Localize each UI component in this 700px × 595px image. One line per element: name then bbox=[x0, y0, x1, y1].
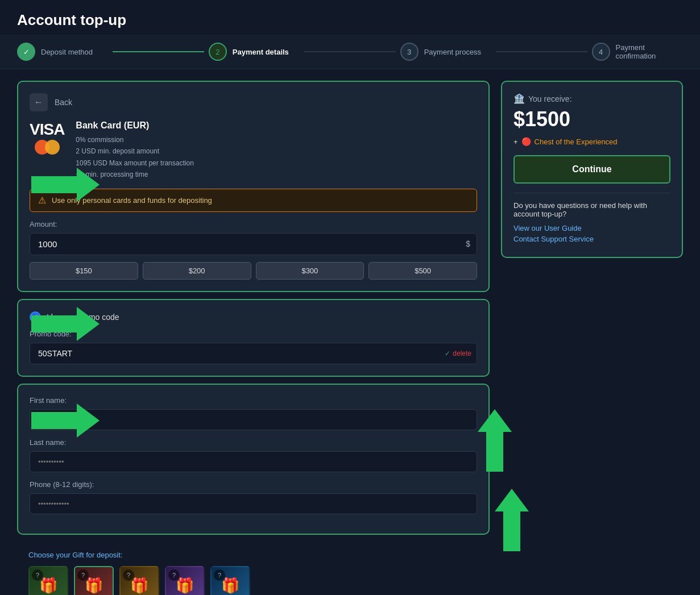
quick-amounts: $150 $200 $300 $500 bbox=[30, 262, 477, 280]
gift-item-3[interactable]: ? 🎁 bbox=[119, 566, 159, 595]
user-guide-link[interactable]: View our User Guide bbox=[513, 224, 670, 232]
phone-field: Phone (8-12 digits): bbox=[30, 480, 477, 514]
first-name-field: First name: bbox=[30, 396, 477, 430]
step-1: ✓ Deposit method bbox=[17, 43, 108, 61]
currency-symbol: $ bbox=[466, 239, 470, 248]
first-name-label: First name: bbox=[30, 396, 477, 405]
gift-item-5[interactable]: ? 🎁 bbox=[210, 566, 250, 595]
quick-300[interactable]: $300 bbox=[256, 262, 365, 280]
gift-question-2: ? bbox=[77, 569, 89, 581]
delete-check-icon: ✓ bbox=[445, 349, 450, 357]
promo-header: ✓ I have a promo code bbox=[30, 311, 477, 323]
promo-field-label: Promo code: bbox=[30, 330, 477, 338]
gift-question-4: ? bbox=[168, 569, 180, 581]
payment-commission: 0% commission 2 USD min. deposit amount … bbox=[76, 134, 477, 181]
amount-label: Amount: bbox=[30, 220, 477, 228]
step-2-circle: 2 bbox=[209, 43, 227, 61]
bonus-line: + 🔴 Chest of the Experienced bbox=[513, 137, 670, 146]
mastercard-logo bbox=[35, 140, 60, 155]
help-section: Do you have questions or need help with … bbox=[513, 193, 670, 243]
receive-amount: $1500 bbox=[513, 107, 670, 131]
gifts-label: Choose your Gift for deposit: bbox=[28, 551, 478, 559]
step-4-label: Payment confirmation bbox=[616, 43, 683, 60]
promo-checkbox[interactable]: ✓ bbox=[30, 311, 41, 323]
visa-logo: VISA bbox=[30, 120, 64, 139]
warning-text: Use only personal cards and funds for de… bbox=[52, 196, 212, 205]
bonus-icon: 🔴 bbox=[521, 137, 531, 146]
personal-info-card: First name: Last name: Phone (8-12 digit… bbox=[17, 384, 490, 535]
phone-label: Phone (8-12 digits): bbox=[30, 480, 477, 489]
left-column: ← Back VISA Bank Card (EUR) 0% commissio… bbox=[17, 81, 490, 595]
quick-150[interactable]: $150 bbox=[30, 262, 138, 280]
step-connector-1 bbox=[113, 51, 204, 52]
promo-checkbox-label: I have a promo code bbox=[47, 313, 119, 322]
payment-info: VISA Bank Card (EUR) 0% commission 2 USD… bbox=[30, 120, 477, 181]
payment-details-text: Bank Card (EUR) 0% commission 2 USD min.… bbox=[76, 120, 477, 181]
gifts-row: ? 🎁 ? 🎁 ? 🎁 ? 🎁 ? 🎁 bbox=[28, 566, 478, 595]
promo-delete-button[interactable]: ✓ delete bbox=[445, 349, 471, 357]
warning-box: ⚠ Use only personal cards and funds for … bbox=[30, 189, 477, 212]
phone-input[interactable] bbox=[30, 493, 477, 514]
gifts-section: Choose your Gift for deposit: ? 🎁 ? 🎁 ? … bbox=[17, 542, 490, 595]
step-3-circle: 3 bbox=[400, 43, 419, 61]
quick-200[interactable]: $200 bbox=[143, 262, 251, 280]
step-4-circle: 4 bbox=[592, 43, 610, 61]
mc-circle-orange bbox=[45, 140, 60, 155]
gift-item-2[interactable]: ? 🎁 bbox=[74, 566, 114, 595]
gift-question-5: ? bbox=[214, 569, 225, 581]
last-name-label: Last name: bbox=[30, 438, 477, 447]
payment-method-name: Bank Card (EUR) bbox=[76, 120, 477, 131]
step-2: 2 Payment details bbox=[209, 43, 300, 61]
gift-question-1: ? bbox=[32, 569, 43, 581]
support-link[interactable]: Contact Support Service bbox=[513, 235, 670, 243]
back-label: Back bbox=[55, 98, 72, 107]
amount-input[interactable] bbox=[30, 233, 477, 255]
step-4: 4 Payment confirmation bbox=[592, 43, 683, 61]
step-connector-2 bbox=[304, 51, 395, 52]
bonus-name: Chest of the Experienced bbox=[535, 138, 618, 146]
first-name-input[interactable] bbox=[30, 409, 477, 430]
step-1-label: Deposit method bbox=[41, 48, 93, 56]
step-2-label: Payment details bbox=[233, 48, 289, 56]
gift-item-4[interactable]: ? 🎁 bbox=[165, 566, 205, 595]
payment-header: ← Back bbox=[30, 93, 477, 111]
stepper: ✓ Deposit method 2 Payment details 3 Pay… bbox=[0, 35, 700, 69]
card-logos: VISA bbox=[30, 120, 64, 155]
help-text: Do you have questions or need help with … bbox=[513, 201, 670, 218]
page-header: Account top-up bbox=[0, 0, 700, 35]
main-content: ← Back VISA Bank Card (EUR) 0% commissio… bbox=[0, 69, 700, 595]
warning-icon: ⚠ bbox=[38, 195, 46, 206]
promo-code-card: ✓ I have a promo code Promo code: ✓ dele… bbox=[17, 299, 490, 377]
receive-card: 🏦 You receive: $1500 + 🔴 Chest of the Ex… bbox=[501, 81, 683, 258]
step-connector-3 bbox=[496, 51, 587, 52]
amount-input-wrap: $ bbox=[30, 233, 477, 255]
gift-question-3: ? bbox=[123, 569, 134, 581]
page-title: Account top-up bbox=[17, 11, 683, 29]
payment-method-card: ← Back VISA Bank Card (EUR) 0% commissio… bbox=[17, 81, 490, 292]
promo-input[interactable] bbox=[30, 343, 477, 364]
step-3-label: Payment process bbox=[424, 48, 481, 56]
quick-500[interactable]: $500 bbox=[368, 262, 477, 280]
gift-item-1[interactable]: ? 🎁 bbox=[28, 566, 68, 595]
back-button[interactable]: ← bbox=[30, 93, 48, 111]
continue-button[interactable]: Continue bbox=[513, 155, 670, 184]
last-name-field: Last name: bbox=[30, 438, 477, 472]
receive-label: 🏦 You receive: bbox=[513, 93, 670, 104]
receive-icon: 🏦 bbox=[513, 93, 525, 104]
promo-input-wrap: ✓ delete bbox=[30, 343, 477, 364]
last-name-input[interactable] bbox=[30, 451, 477, 472]
right-column: 🏦 You receive: $1500 + 🔴 Chest of the Ex… bbox=[501, 81, 683, 595]
step-3: 3 Payment process bbox=[400, 43, 491, 61]
delete-label: delete bbox=[453, 349, 471, 357]
step-1-circle: ✓ bbox=[17, 43, 35, 61]
